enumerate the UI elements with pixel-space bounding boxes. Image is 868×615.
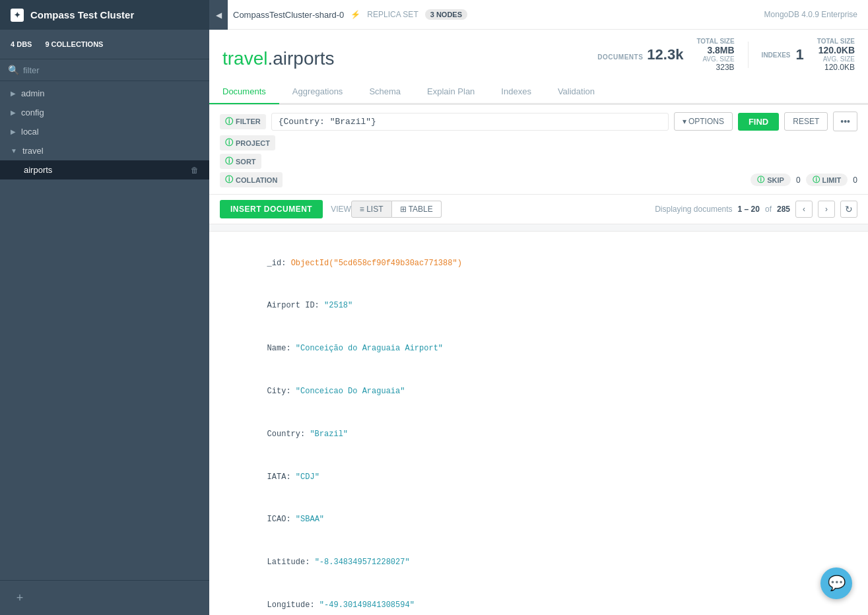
- filter-input[interactable]: [271, 113, 669, 131]
- docs-stat: DOCUMENTS 12.3k: [597, 46, 683, 63]
- tab-explain-plan[interactable]: Explain Plan: [414, 80, 488, 104]
- collection-count: 9 COLLECTIONS: [45, 40, 103, 48]
- collation-label: COLLATION: [236, 176, 277, 184]
- search-row: 🔍: [8, 65, 201, 75]
- insert-document-button[interactable]: INSERT DOCUMENT: [220, 200, 323, 218]
- index-avg-size-value: 120.0KB: [817, 63, 855, 72]
- docs-stat-label: DOCUMENTS: [597, 53, 643, 61]
- sidebar-item-airports[interactable]: airports 🗑: [0, 160, 209, 179]
- document-toolbar: INSERT DOCUMENT VIEW ≡ LIST ⊞ TABLE Disp…: [209, 195, 868, 224]
- db-part: travel: [222, 48, 267, 69]
- sidebar-item-admin[interactable]: ▶ admin: [0, 84, 209, 103]
- db-name-admin: admin: [21, 88, 199, 98]
- skip-value: 0: [796, 176, 801, 185]
- limit-label: LIMIT: [822, 176, 842, 184]
- replica-icon: ⚡: [351, 10, 360, 19]
- filter-help-icon: ⓘ: [225, 116, 233, 127]
- project-label: PROJECT: [236, 139, 270, 147]
- view-label: VIEW: [331, 205, 351, 214]
- limit-tag: ⓘ LIMIT: [806, 174, 848, 186]
- tab-schema[interactable]: Schema: [356, 80, 414, 104]
- sidebar-search-container: 🔍: [0, 59, 209, 81]
- sidebar-footer: +: [0, 580, 209, 615]
- collation-tag: ⓘ COLLATION: [220, 172, 283, 187]
- search-input[interactable]: [23, 65, 201, 75]
- sort-label: SORT: [236, 158, 256, 166]
- index-total-size-value: 120.0KB: [817, 45, 855, 55]
- limit-help-icon: ⓘ: [813, 175, 820, 185]
- expand-arrow-config: ▶: [11, 109, 16, 116]
- limit-value: 0: [853, 176, 857, 185]
- collection-stats: DOCUMENTS 12.3k TOTAL SIZE 3.8MB AVG. SI…: [597, 38, 855, 80]
- sidebar-item-local[interactable]: ▶ local: [0, 122, 209, 141]
- filter-tag: ⓘ FILTER: [220, 114, 266, 129]
- docs-stat-value: 12.3k: [647, 46, 683, 63]
- project-help-icon: ⓘ: [225, 137, 233, 148]
- add-database-button[interactable]: +: [11, 589, 29, 607]
- topbar: ◀ CompassTestCluster-shard-0 ⚡ REPLICA S…: [209, 0, 868, 30]
- sidebar-toggle-button[interactable]: ◀: [209, 0, 228, 30]
- pagination-range: 1 – 20: [738, 205, 760, 214]
- tab-validation[interactable]: Validation: [545, 80, 608, 104]
- replica-label: REPLICA SET: [367, 10, 418, 19]
- tab-documents[interactable]: Documents: [209, 80, 279, 104]
- indexes-stat: INDEXES 1: [762, 46, 804, 63]
- collection-header: travel.airports DOCUMENTS 12.3k TOTAL SI…: [209, 30, 868, 105]
- table-row: _id: ObjectId("5cd658cf90f49b30ac771388"…: [209, 231, 868, 615]
- stat-divider: [748, 42, 749, 68]
- filter-label: FILTER: [236, 117, 261, 125]
- avg-size-label: AVG. SIZE: [696, 55, 734, 63]
- indexes-label: INDEXES: [762, 51, 791, 59]
- collection-title-row: travel.airports DOCUMENTS 12.3k TOTAL SI…: [222, 38, 855, 80]
- more-options-button[interactable]: •••: [833, 112, 857, 131]
- total-size-value: 3.8MB: [696, 45, 734, 55]
- view-buttons: ≡ LIST ⊞ TABLE: [351, 201, 442, 218]
- app-title: Compass Test Cluster: [30, 9, 134, 20]
- collation-help-icon: ⓘ: [225, 174, 233, 185]
- prev-page-button[interactable]: ‹: [795, 201, 813, 218]
- sidebar-item-config[interactable]: ▶ config: [0, 103, 209, 122]
- reset-button[interactable]: RESET: [784, 112, 828, 131]
- collection-title: travel.airports: [222, 48, 335, 69]
- sidebar-header: ✦ Compass Test Cluster: [0, 0, 209, 30]
- size-stat: TOTAL SIZE 3.8MB AVG. SIZE 323B: [696, 38, 734, 72]
- sort-row: ⓘ SORT: [220, 154, 857, 169]
- sidebar-item-travel[interactable]: ▼ travel: [0, 141, 209, 160]
- db-count: 4 DBS: [11, 40, 32, 48]
- collation-row: ⓘ COLLATION ⓘ SKIP 0 ⓘ LIMIT 0: [220, 172, 857, 187]
- list-view-button[interactable]: ≡ LIST: [351, 201, 392, 218]
- sidebar-stats: 4 DBS 9 COLLECTIONS: [0, 30, 209, 59]
- skip-limit-group: ⓘ SKIP 0 ⓘ LIMIT 0: [751, 174, 857, 186]
- main-content: ◀ CompassTestCluster-shard-0 ⚡ REPLICA S…: [209, 0, 868, 615]
- collection-name-airports: airports: [24, 165, 191, 175]
- filter-row: ⓘ FILTER ▾ OPTIONS FIND RESET •••: [220, 112, 857, 131]
- tab-indexes[interactable]: Indexes: [488, 80, 545, 104]
- tab-aggregations[interactable]: Aggregations: [279, 80, 356, 104]
- avg-size-value: 323B: [696, 63, 734, 72]
- indexes-count: 1: [796, 46, 804, 63]
- chat-bubble-button[interactable]: 💬: [820, 567, 852, 599]
- db-name-local: local: [21, 127, 199, 137]
- table-view-button[interactable]: ⊞ TABLE: [392, 201, 442, 218]
- next-page-button[interactable]: ›: [818, 201, 835, 218]
- refresh-button[interactable]: ↻: [840, 201, 857, 218]
- doc-id-field: _id: ObjectId("5cd658cf90f49b30ac771388"…: [229, 242, 855, 285]
- delete-collection-icon[interactable]: 🗑: [191, 166, 199, 175]
- mongo-version: MongoDB 4.0.9 Enterprise: [764, 10, 857, 19]
- db-name-travel: travel: [22, 146, 199, 156]
- index-avg-size-label: AVG. SIZE: [817, 55, 855, 63]
- collection-tabs: Documents Aggregations Schema Explain Pl…: [209, 80, 868, 104]
- sort-help-icon: ⓘ: [225, 156, 233, 167]
- compass-icon: ✦: [11, 9, 24, 22]
- index-total-size-label: TOTAL SIZE: [817, 38, 855, 45]
- options-button[interactable]: ▾ OPTIONS: [674, 112, 733, 131]
- index-size-stat: TOTAL SIZE 120.0KB AVG. SIZE 120.0KB: [817, 38, 855, 72]
- search-icon: 🔍: [8, 65, 19, 75]
- pagination-total: 285: [777, 205, 790, 214]
- expand-arrow-admin: ▶: [11, 90, 16, 97]
- sort-tag: ⓘ SORT: [220, 154, 261, 169]
- find-button[interactable]: FIND: [738, 113, 779, 131]
- sidebar: ✦ Compass Test Cluster 4 DBS 9 COLLECTIO…: [0, 0, 209, 615]
- pagination-prefix: Displaying documents: [655, 205, 732, 214]
- db-name-config: config: [21, 108, 199, 117]
